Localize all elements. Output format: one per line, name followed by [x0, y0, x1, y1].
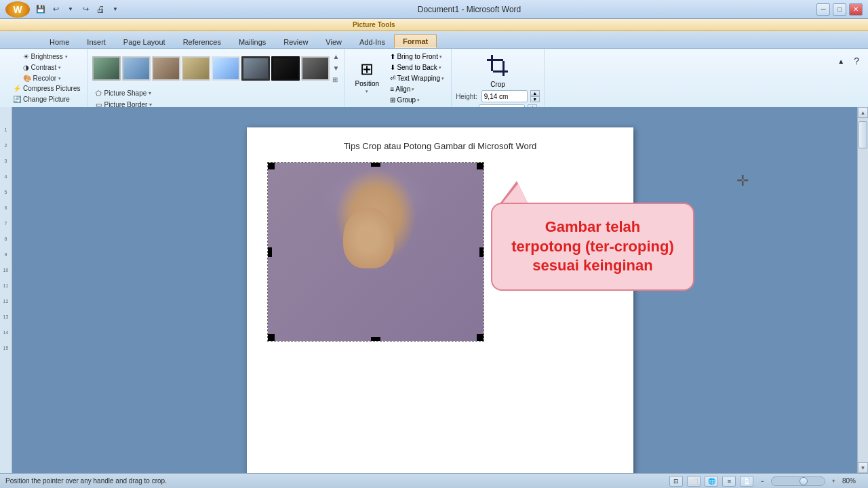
crop-handle-top-left[interactable] — [268, 163, 275, 169]
zoom-slider[interactable] — [771, 476, 825, 486]
scroll-track[interactable] — [858, 118, 868, 462]
crop-handle-bottom-middle[interactable] — [371, 337, 380, 341]
height-row: Height: ▲ ▼ — [456, 90, 540, 102]
tab-add-ins[interactable]: Add-Ins — [351, 35, 394, 48]
scroll-thumb[interactable] — [859, 121, 867, 148]
scroll-down-button[interactable]: ▼ — [858, 462, 868, 473]
pic-style-7[interactable] — [271, 56, 300, 81]
tab-page-layout[interactable]: Page Layout — [115, 35, 174, 48]
align-icon: ≡ — [390, 85, 394, 93]
pic-style-2[interactable] — [122, 56, 151, 81]
crop-button[interactable]: Crop — [476, 52, 519, 89]
view-full-screen[interactable]: ⬜ — [687, 476, 701, 487]
statusbar: Position the pointer over any handle and… — [0, 473, 868, 488]
position-arrow[interactable]: ▾ — [366, 89, 368, 94]
send-back-icon: ⬇ — [390, 64, 395, 71]
tab-review[interactable]: Review — [275, 35, 317, 48]
pic-style-1[interactable] — [92, 56, 121, 81]
styles-scroll-expand[interactable]: ⊞ — [331, 75, 340, 85]
undo-button[interactable]: ↩ — [49, 3, 62, 16]
group-button[interactable]: ⊞ Group ▾ — [387, 95, 447, 105]
arrange-content: ⊞ Position ▾ ⬆ Bring to Front ▾ ⬇ Send t… — [349, 52, 447, 116]
bring-to-front-button[interactable]: ⬆ Bring to Front ▾ — [387, 52, 447, 62]
tab-format[interactable]: Format — [394, 34, 437, 48]
pic-style-3[interactable] — [152, 56, 180, 81]
picture-styles-thumbnails — [92, 56, 330, 81]
brightness-button[interactable]: ☀ Brightness ▾ — [20, 52, 71, 62]
pic-style-5[interactable] — [212, 56, 240, 81]
text-wrapping-button[interactable]: ⏎ Text Wrapping ▾ — [387, 73, 447, 83]
contrast-dropdown-arrow[interactable]: ▾ — [58, 65, 61, 70]
recolor-dropdown-arrow[interactable]: ▾ — [58, 76, 61, 81]
crop-handle-top-right[interactable] — [477, 163, 484, 169]
undo-dropdown[interactable]: ▼ — [64, 3, 77, 16]
position-button[interactable]: ⊞ Position ▾ — [349, 52, 384, 102]
pic-style-6[interactable] — [241, 56, 270, 81]
window-controls: ─ □ ✕ — [816, 3, 863, 16]
doc-scroll-area[interactable]: Tips Crop atau Potong Gambar di Microsof… — [12, 107, 868, 473]
close-button[interactable]: ✕ — [849, 3, 863, 16]
zoom-thumb[interactable] — [800, 477, 808, 485]
maximize-button[interactable]: □ — [833, 3, 846, 16]
adjust-row2: ◑ Contrast ▾ — [20, 62, 71, 73]
change-picture-button[interactable]: 🔄 Change Picture — [9, 94, 73, 104]
height-decrement[interactable]: ▼ — [530, 96, 540, 102]
save-button[interactable]: 💾 — [34, 3, 47, 16]
styles-scroll-up[interactable]: ▲ — [331, 52, 340, 62]
styles-scroll-down[interactable]: ▼ — [331, 63, 340, 73]
brightness-dropdown-arrow[interactable]: ▾ — [65, 54, 68, 60]
page-title: Tips Crop atau Potong Gambar di Microsof… — [267, 141, 613, 151]
recolor-icon: 🎨 — [23, 75, 31, 82]
help-button[interactable]: ? — [850, 54, 863, 68]
office-button[interactable]: W — [5, 1, 30, 18]
compress-pictures-button[interactable]: ⚡ Compress Pictures — [9, 83, 83, 94]
zoom-plus[interactable]: + — [832, 478, 835, 485]
collapse-ribbon-button[interactable]: ▲ — [834, 56, 848, 66]
crop-handle-middle-right[interactable] — [479, 247, 484, 257]
pic-style-8[interactable] — [301, 56, 330, 81]
crop-handle-bottom-right[interactable] — [477, 334, 484, 341]
print-preview-button[interactable]: 🖨 — [94, 3, 107, 16]
redo-button[interactable]: ↪ — [79, 3, 92, 16]
tab-references[interactable]: References — [174, 35, 230, 48]
text-wrap-arrow[interactable]: ▾ — [441, 76, 444, 81]
crop-handle-top-middle[interactable] — [371, 163, 380, 167]
tab-mailings[interactable]: Mailings — [230, 35, 275, 48]
height-input[interactable] — [481, 90, 528, 102]
recolor-button[interactable]: 🎨 Recolor ▾ — [20, 73, 64, 83]
minimize-button[interactable]: ─ — [816, 3, 830, 16]
align-arrow[interactable]: ▾ — [412, 87, 414, 92]
crop-handle-bottom-left[interactable] — [268, 334, 275, 341]
tab-home[interactable]: Home — [41, 35, 78, 48]
crop-handle-middle-left[interactable] — [268, 247, 272, 257]
tab-view[interactable]: View — [317, 35, 351, 48]
picture-shape-button[interactable]: ⬠ Picture Shape ▾ — [92, 88, 340, 98]
ribbon-group-crop: Crop Height: ▲ ▼ Width: ▲ ▼ Size — [452, 49, 545, 108]
zoom-minus[interactable]: − — [760, 478, 764, 485]
align-button[interactable]: ≡ Align ▾ — [387, 84, 447, 94]
bring-front-arrow[interactable]: ▾ — [439, 54, 442, 60]
customize-button[interactable]: ▼ — [108, 3, 122, 16]
view-draft[interactable]: 📄 — [740, 476, 753, 487]
change-icon: 🔄 — [13, 96, 21, 103]
picture-shape-arrow[interactable]: ▾ — [149, 90, 151, 96]
group-arrow[interactable]: ▾ — [417, 98, 420, 103]
image-container[interactable] — [267, 162, 484, 342]
scrollbar-vertical: ▲ ▼ — [857, 107, 868, 473]
send-to-back-button[interactable]: ⬇ Send to Back ▾ — [387, 62, 447, 73]
pic-style-4[interactable] — [182, 56, 210, 81]
ribbon-group-arrange: ⊞ Position ▾ ⬆ Bring to Front ▾ ⬇ Send t… — [345, 49, 452, 108]
height-increment[interactable]: ▲ — [530, 90, 540, 96]
view-outline[interactable]: ≡ — [722, 476, 736, 487]
brightness-icon: ☀ — [23, 53, 29, 60]
picture-shape-icon: ⬠ — [96, 89, 102, 97]
zoom-level: 80% — [842, 477, 863, 485]
contrast-button[interactable]: ◑ Contrast ▾ — [20, 62, 65, 73]
send-back-arrow[interactable]: ▾ — [439, 65, 441, 70]
tab-insert[interactable]: Insert — [78, 35, 115, 48]
view-print-layout[interactable]: ⊡ — [669, 476, 683, 487]
svg-rect-3 — [493, 70, 508, 73]
scroll-up-button[interactable]: ▲ — [858, 107, 868, 118]
view-web-layout[interactable]: 🌐 — [705, 476, 718, 487]
status-text: Position the pointer over any handle and… — [5, 477, 167, 485]
